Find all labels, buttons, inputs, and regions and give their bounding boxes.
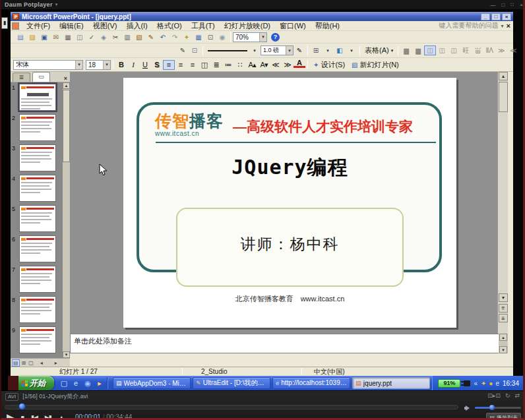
increase-indent-icon[interactable]: ≫ (282, 60, 293, 70)
slide-thumbnail[interactable]: 9 (11, 325, 63, 355)
bold-icon[interactable]: B (115, 60, 127, 70)
slide-thumbnail[interactable]: 6 (11, 234, 63, 264)
ppt-titlebar[interactable]: P Microsoft PowerPoint - [jquery.ppt] _ … (11, 12, 513, 21)
next-slide-button[interactable]: ⇊ (499, 314, 508, 322)
italic-icon[interactable]: I (127, 60, 139, 70)
zoom-select[interactable]: 70% ▾ (233, 32, 267, 42)
menu-item[interactable]: 窗口(W) (275, 22, 311, 30)
email-icon[interactable]: ✉ (50, 32, 62, 42)
slide-thumbnail[interactable]: 2 (11, 113, 63, 143)
volume-icon[interactable] (464, 405, 472, 411)
help-input[interactable]: 键入需要帮助的问题 (439, 21, 499, 30)
notes-scrollbar[interactable]: ▲ ▼ (499, 334, 508, 353)
copy-icon[interactable]: ▥ (121, 32, 133, 42)
bullets-icon[interactable]: ∷ (234, 60, 246, 70)
seek-bar[interactable] (5, 405, 458, 409)
tray-expand-icon[interactable]: « (474, 380, 478, 387)
undo-icon[interactable]: ↶ (157, 32, 169, 42)
scroll-up-icon[interactable]: ▲ (499, 72, 508, 80)
next-button[interactable]: ▶▮ (45, 414, 51, 420)
scroll-left-icon[interactable]: ◂ (40, 360, 44, 366)
slide-sorter-button[interactable]: ⊞ (21, 360, 27, 366)
slide-scrollbar[interactable]: ▲ ▼ ⇈ ⇊ (497, 72, 508, 334)
play-button[interactable]: ▶ (7, 411, 14, 420)
loop-icon[interactable]: ↻ (505, 392, 510, 399)
menu-item[interactable]: 编辑(E) (55, 22, 88, 30)
redo-icon[interactable]: ↷ (169, 32, 181, 42)
shadow-icon[interactable]: S (151, 60, 163, 70)
help-icon[interactable]: ? (271, 33, 280, 42)
align-right-icon[interactable]: ≡ (187, 60, 199, 70)
split-cells-icon[interactable]: ▆ (412, 45, 424, 55)
insert-columns-icon[interactable]: 畄 (472, 45, 483, 55)
border-weight-select[interactable]: 1.0 磅 ▾ (261, 45, 293, 55)
slide-editing-area[interactable]: 传智播客 www.itcast.cn —高级软件人才实作培训专家 JQuery编… (70, 72, 497, 334)
insert-rows-icon[interactable]: 旺 (460, 45, 472, 55)
outside-border-icon[interactable]: ⊞ (310, 45, 322, 55)
eraser-icon[interactable]: ⊡ (189, 45, 201, 55)
player-maximize-button[interactable]: □ (501, 2, 505, 8)
numbering-icon[interactable]: ≔ (222, 60, 234, 70)
fit-text-icon[interactable]: ≫ (495, 45, 507, 55)
chevron-down-icon[interactable]: ▾ (322, 45, 334, 55)
scroll-right-icon[interactable]: ▸ (54, 360, 58, 366)
shuffle-icon[interactable]: ⇄ (514, 392, 520, 399)
expand-dialog-icon[interactable]: ⊡ (204, 32, 216, 42)
cut-icon[interactable]: ✂ (109, 32, 121, 42)
panel-close-icon[interactable]: × (64, 75, 67, 82)
tab-outline[interactable]: ≣ (13, 73, 30, 82)
ppt-minimize-button[interactable]: _ (481, 13, 490, 20)
slide-thumbnail[interactable]: 7 (11, 264, 63, 295)
slide-thumbnail[interactable]: 3 (11, 143, 63, 173)
slide-canvas[interactable]: 传智播客 www.itcast.cn —高级软件人才实作培训专家 JQuery编… (123, 78, 456, 328)
distribute-icon[interactable]: ⅡΛ (483, 45, 495, 55)
new-icon[interactable]: ▤ (15, 32, 26, 42)
panel-scrollbar[interactable]: ▲ ▼ (63, 82, 70, 358)
media-player-icon[interactable]: ▸ (95, 379, 104, 388)
taskbar-task[interactable]: e http://localhost:1039/练... (272, 377, 350, 389)
slide-thumbnail[interactable]: 4 (11, 173, 63, 204)
scrollbar-thumb[interactable] (63, 90, 70, 162)
player-panel-button[interactable]: ∷ (510, 2, 514, 8)
paste-icon[interactable]: ▧ (133, 32, 145, 42)
previous-slide-button[interactable]: ⇈ (499, 304, 508, 313)
menu-item[interactable]: 格式(O) (152, 22, 187, 30)
battery-indicator[interactable]: 91% (438, 379, 460, 388)
shrink-font-icon[interactable]: A▾ (258, 60, 270, 70)
start-button[interactable]: 开始 (18, 376, 54, 390)
spelling-icon[interactable]: ✓ (86, 32, 98, 42)
chevron-down-icon[interactable]: ▾ (249, 45, 261, 55)
menu-item[interactable]: 帮助(H) (311, 22, 344, 30)
center-vertical-icon[interactable]: ◫ (436, 45, 448, 55)
print-icon[interactable]: ▦ (62, 32, 74, 42)
ie-tray-icon[interactable]: e (495, 380, 499, 387)
key-icon[interactable]: ✦ (481, 380, 486, 387)
color-scheme-icon[interactable]: ◉ (216, 32, 228, 42)
player-close-button[interactable]: × (520, 2, 523, 8)
slide-thumbnail[interactable]: 5 (11, 204, 63, 234)
draw-table-icon[interactable]: ✎ (177, 45, 189, 55)
frame-step-icon[interactable]: ⊡▸⊡ (487, 392, 501, 399)
menu-item[interactable]: 文件(F) (22, 22, 55, 30)
chevron-down-icon[interactable]: ▾ (75, 61, 82, 69)
ball-icon[interactable]: ● (489, 380, 493, 387)
chevron-down-icon[interactable]: ▾ (501, 23, 504, 29)
chevron-down-icon[interactable]: ▾ (346, 45, 357, 55)
underline-icon[interactable]: U (139, 60, 151, 70)
format-painter-icon[interactable]: ✎ (145, 32, 157, 42)
align-left-icon[interactable]: ≡ (163, 60, 175, 70)
taskbar-task[interactable]: ✎ UltraEdit - [D:\我的文档... (193, 377, 270, 389)
menu-item[interactable]: 视图(V) (88, 22, 122, 30)
video-area[interactable]: P Microsoft PowerPoint - [jquery.ppt] _ … (8, 9, 523, 390)
border-color-icon[interactable]: ✎ (293, 45, 305, 55)
slide-thumbnail[interactable]: 1 (11, 82, 63, 113)
scroll-up-icon[interactable]: ▲ (63, 82, 70, 89)
playlist-button[interactable]: ▤ 播放列表 (486, 413, 521, 420)
normal-view-button[interactable]: ▤ (12, 359, 20, 367)
line-spacing-icon[interactable]: ≣ (210, 60, 222, 70)
msn-icon[interactable]: ◉ (83, 379, 92, 388)
player-menu-caret[interactable]: ▾ (55, 2, 58, 7)
grow-font-icon[interactable]: A▴ (246, 60, 258, 70)
save-icon[interactable]: ▣ (38, 32, 50, 42)
fill-color-icon[interactable]: ◧ (334, 45, 346, 55)
